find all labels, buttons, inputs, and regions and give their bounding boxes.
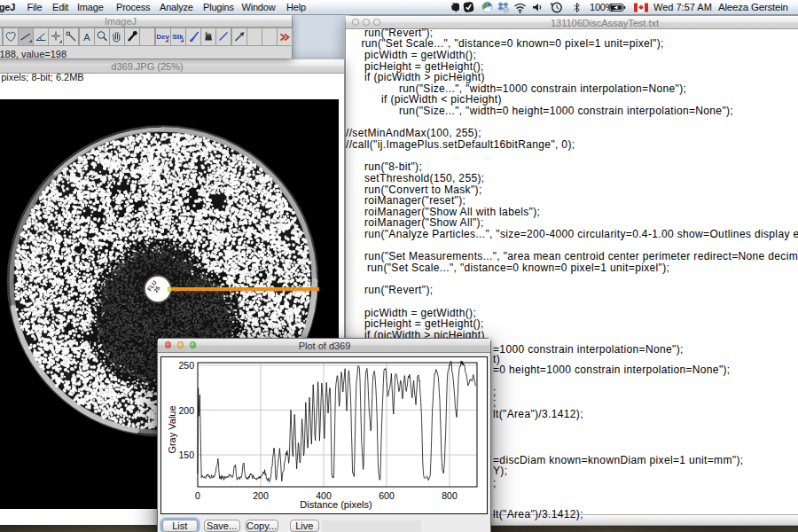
svg-text:200: 200 — [178, 405, 194, 416]
svg-text:Dev: Dev — [156, 33, 169, 41]
svg-text:A: A — [83, 32, 90, 43]
svg-text:0: 0 — [195, 490, 200, 501]
svg-text:Gray Value: Gray Value — [167, 405, 177, 453]
svg-text:200: 200 — [253, 490, 269, 501]
svg-text:250: 250 — [178, 360, 194, 371]
svg-text:Distance (pixels): Distance (pixels) — [300, 499, 372, 510]
svg-text:Stk: Stk — [172, 33, 184, 41]
svg-text:150: 150 — [178, 450, 194, 460]
svg-text:600: 600 — [379, 490, 395, 501]
svg-text:800: 800 — [442, 490, 458, 501]
